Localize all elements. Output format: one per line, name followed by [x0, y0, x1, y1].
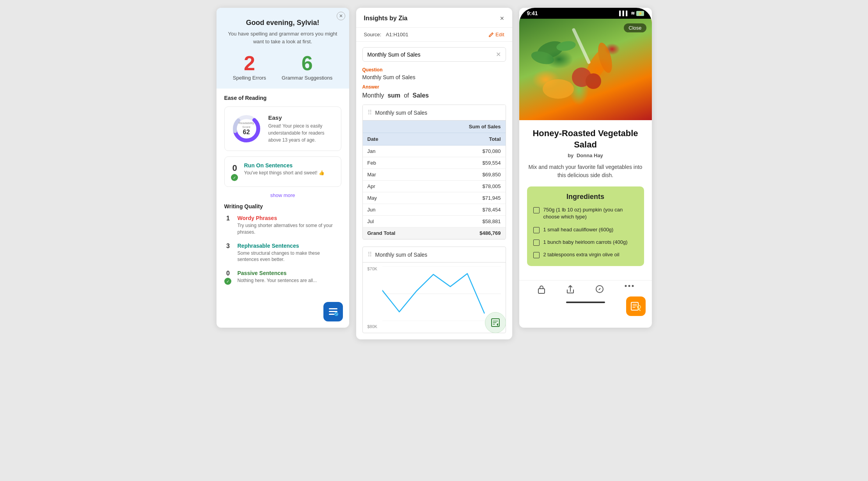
zia-title: Insights by Zia	[364, 15, 408, 22]
ingredient-item: 2 tablespoons extra virgin olive oil	[533, 251, 638, 258]
chart-area: $80K $70K	[363, 263, 506, 333]
search-bar[interactable]: ✕	[362, 47, 506, 62]
edit-label[interactable]: Edit	[495, 32, 504, 37]
panel1-body: Ease of Reading Readability Score 62 Eas…	[217, 89, 349, 298]
author-prefix: by	[568, 153, 573, 158]
readability-level: Easy	[268, 114, 335, 121]
author-name: Donna Hay	[577, 153, 603, 158]
battery-icon: ⚡	[636, 11, 644, 16]
question-label: Question	[362, 67, 506, 73]
grand-total-label: Grand Total	[363, 227, 442, 239]
answer-sales: Sales	[412, 92, 429, 99]
recipe-author: by Donna Hay	[527, 153, 644, 158]
rephrasable-desc: Some structural changes to make these se…	[238, 250, 341, 263]
zia-header: Insights by Zia ✕	[356, 8, 512, 28]
wifi-icon: ≋	[631, 11, 635, 16]
status-bar: 9:41 ▌▌▌ ≋ ⚡	[519, 8, 652, 19]
table-row: Jun$78,454	[363, 204, 506, 216]
run-on-content: Run On Sentences You've kept things shor…	[244, 162, 325, 176]
wordy-count: 1	[224, 215, 232, 222]
greeting-text: Good evening, Sylvia!	[224, 19, 341, 27]
spelling-count: 2	[233, 53, 266, 73]
ingredient-text: 2 tablespoons extra virgin olive oil	[543, 251, 619, 258]
ingredient-checkbox[interactable]	[533, 227, 540, 233]
wordy-phrases-item: 1 Wordy Phrases Try using shorter altern…	[224, 215, 341, 236]
answer-sum: sum	[387, 92, 400, 99]
show-more-text[interactable]: show more	[270, 192, 295, 198]
ingredient-text: 1 small head cauliflower (600g)	[543, 226, 614, 233]
close-button[interactable]: Close	[624, 23, 646, 32]
recipe-description: Mix and match your favorite fall vegetab…	[527, 163, 644, 179]
phone-toolbar	[519, 280, 652, 298]
drag-icon[interactable]: ⠿	[367, 109, 372, 116]
row-date: Jun	[363, 204, 442, 216]
zia-body: Question Monthly Sum of Sales Answer Mon…	[356, 67, 512, 339]
wordy-desc: Try using shorter alternatives for some …	[238, 222, 341, 236]
answer-label: Answer	[362, 84, 506, 90]
ingredient-checkbox[interactable]	[533, 252, 540, 258]
run-on-count: 0	[231, 163, 239, 173]
question-text: Monthly Sum of Sales	[362, 74, 506, 80]
passive-title: Passive Sentences	[238, 270, 317, 276]
passive-checkmark-icon: ✓	[224, 278, 231, 285]
table-row: Jan$70,080	[363, 146, 506, 157]
checkmark-icon: ✓	[231, 174, 238, 181]
recipe-title: Honey-Roasted Vegetable Salad	[527, 128, 644, 150]
writing-assistant-panel: ✕ Good evening, Sylvia! You have spellin…	[217, 8, 349, 328]
panel1-header: ✕ Good evening, Sylvia! You have spellin…	[217, 8, 349, 89]
more-icon[interactable]	[625, 284, 634, 295]
svg-rect-3	[329, 308, 337, 309]
errors-row: 2 Spelling Errors 6 Grammar Suggestions	[224, 53, 341, 81]
table-header-sum: Sum of Sales	[363, 121, 506, 133]
ingredient-item: 1 bunch baby heirloom carrots (400g)	[533, 239, 638, 246]
lock-icon[interactable]	[537, 284, 546, 295]
search-clear-icon[interactable]: ✕	[496, 51, 501, 58]
panel1-fab[interactable]	[323, 302, 343, 321]
chart-drag-icon[interactable]: ⠿	[367, 251, 372, 258]
svg-point-17	[586, 73, 601, 89]
signal-icon: ▌▌▌	[619, 11, 629, 16]
show-more-link[interactable]: show more	[224, 192, 341, 199]
search-input[interactable]	[367, 51, 493, 58]
run-on-desc: You've kept things short and sweet! 👍	[244, 170, 325, 176]
share-icon[interactable]	[566, 284, 575, 295]
ingredient-checkbox[interactable]	[533, 240, 540, 246]
table-section-title: Monthly sum of Sales	[375, 110, 428, 116]
recipe-fab[interactable]	[626, 296, 646, 316]
table-row: Jul$58,881	[363, 216, 506, 227]
svg-rect-4	[329, 311, 337, 312]
rephrasable-count: 3	[224, 243, 232, 250]
row-total: $78,454	[441, 204, 505, 216]
grand-total-value: $486,769	[441, 227, 505, 239]
passive-count: 0	[224, 270, 232, 277]
col-total: Total	[441, 133, 505, 146]
status-icons: ▌▌▌ ≋ ⚡	[619, 11, 644, 16]
spelling-label: Spelling Errors	[233, 75, 266, 81]
svg-point-18	[543, 79, 574, 99]
svg-rect-25	[631, 302, 638, 310]
chart-section-header: ⠿ Monthly sum of Sales	[363, 247, 506, 263]
compass-icon[interactable]	[595, 284, 604, 295]
readability-score: 62	[239, 129, 254, 136]
svg-point-24	[632, 285, 634, 287]
chart-section: ⠿ Monthly sum of Sales $80K $70K	[362, 247, 506, 333]
table-row: Mar$69,850	[363, 169, 506, 181]
recipe-app-panel: 9:41 ▌▌▌ ≋ ⚡	[519, 8, 652, 328]
status-time: 9:41	[527, 10, 538, 16]
donut-chart: Readability Score 62	[231, 113, 262, 144]
close-icon[interactable]: ✕	[337, 12, 345, 20]
row-total: $71,945	[441, 192, 505, 204]
row-total: $70,080	[441, 146, 505, 157]
svg-point-23	[628, 285, 630, 287]
chart-svg	[382, 266, 501, 321]
ingredient-checkbox[interactable]	[533, 207, 540, 213]
passive-desc: Nothing here. Your sentences are all...	[238, 277, 317, 284]
sales-table-section: ⠿ Monthly sum of Sales Sum of Sales Date…	[362, 105, 506, 240]
writing-quality-title: Writing Quality	[224, 203, 341, 209]
zia-close-icon[interactable]: ✕	[500, 15, 504, 21]
edit-button[interactable]: Edit	[488, 32, 504, 37]
subtitle-text: You have spelling and grammar errors you…	[224, 30, 341, 45]
zia-export-button[interactable]	[485, 312, 506, 333]
grammar-count: 6	[282, 53, 332, 73]
ease-of-reading-title: Ease of Reading	[224, 95, 341, 101]
